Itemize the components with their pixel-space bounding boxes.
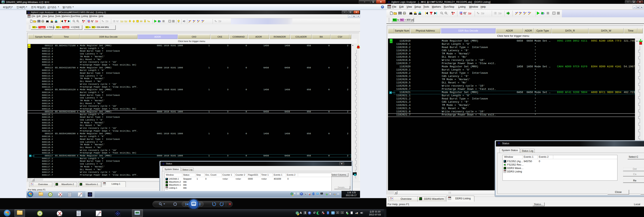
svg-text:Trig: Trig [468, 12, 471, 14]
svg-text:OF: OF [202, 20, 203, 21]
svg-text:Seq: Seq [120, 20, 123, 22]
svg-text:Trig: Trig [218, 20, 221, 22]
svg-text:Trig: Trig [498, 12, 502, 14]
svg-text:Trig: Trig [106, 20, 108, 22]
svg-text:OF: OF [528, 11, 530, 13]
svg-text:Trig: Trig [95, 20, 98, 22]
svg-text:Trig: Trig [481, 12, 484, 14]
svg-text:Mac: Mac [124, 20, 128, 22]
